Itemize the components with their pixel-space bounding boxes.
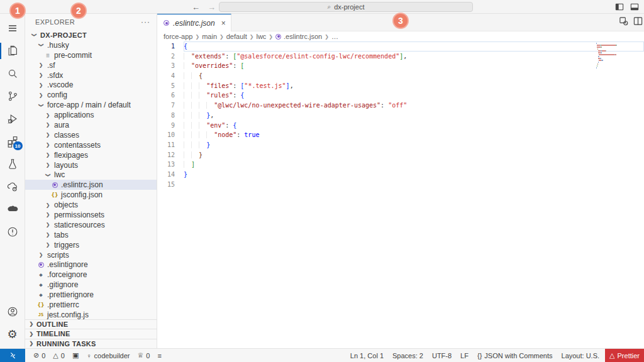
tree-item-flexipages[interactable]: ❯flexipages xyxy=(25,150,157,160)
code-line[interactable]: 13 ] xyxy=(157,160,644,170)
tree-item-classes[interactable]: ❯classes xyxy=(25,130,157,140)
tree-item-jsconfig.json[interactable]: {}jsconfig.json xyxy=(25,190,157,200)
status-item-eol[interactable]: LF xyxy=(457,349,472,362)
tree-item-config[interactable]: ❯config xyxy=(25,90,157,100)
section-outline[interactable]: ❯OUTLINE xyxy=(25,319,157,329)
prettier-status[interactable]: △ Prettier xyxy=(605,349,644,362)
tree-item-applications[interactable]: ❯applications xyxy=(25,110,157,120)
open-changes-icon[interactable] xyxy=(619,16,628,28)
breadcrumb-separator: ❯ xyxy=(268,34,274,40)
minimap[interactable] xyxy=(596,43,636,71)
tree-item-layouts[interactable]: ❯layouts xyxy=(25,160,157,170)
status-item-language-mode[interactable]: {}JSON with Comments xyxy=(474,349,556,362)
code-line[interactable]: 2 "extends": ["@salesforce/eslint-config… xyxy=(157,52,644,62)
tree-item-.eslintrc.json[interactable]: .eslintrc.json xyxy=(25,180,157,190)
code-line[interactable]: 1{ xyxy=(157,41,644,52)
tree-item-.eslintignore[interactable]: .eslintignore xyxy=(25,260,157,270)
status-item-encoding[interactable]: UTF-8 xyxy=(429,349,455,362)
chevron-right-icon: ❯ xyxy=(44,242,52,248)
tree-item-.gitignore[interactable]: ◆.gitignore xyxy=(25,280,157,290)
tab-close-icon[interactable]: × xyxy=(221,19,226,28)
status-item-org-status[interactable]: ♕0 xyxy=(134,349,153,362)
tree-item-pre-commit[interactable]: ≡pre-commit xyxy=(25,50,157,60)
tree-item-.husky[interactable]: ❯.husky xyxy=(25,40,157,50)
breadcrumb-item[interactable]: force-app xyxy=(164,33,192,40)
toggle-sidebar-icon[interactable] xyxy=(615,3,624,11)
tree-item-.prettierrc[interactable]: {}.prettierrc xyxy=(25,300,157,310)
tree-item-objects[interactable]: ❯objects xyxy=(25,200,157,210)
toggle-panel-icon[interactable] xyxy=(630,3,639,11)
command-center[interactable]: ⌕ dx-project xyxy=(219,2,473,12)
code-line[interactable]: 3 "overrides": [ xyxy=(157,61,644,71)
menu-icon[interactable] xyxy=(0,17,25,40)
tree-item-dx-project[interactable]: ❯DX-PROJECT xyxy=(25,30,157,40)
status-item-codebuilder[interactable]: ♀codebuilder xyxy=(83,349,133,362)
breadcrumb-item[interactable]: … xyxy=(331,33,338,40)
tree-item-.prettierignore[interactable]: ◆.prettierignore xyxy=(25,290,157,300)
status-item-menu[interactable]: ≡ xyxy=(154,349,164,362)
search-view-icon[interactable] xyxy=(0,62,25,85)
line-number: 7 xyxy=(157,101,184,111)
split-editor-icon[interactable] xyxy=(633,16,643,28)
remote-indicator[interactable] xyxy=(0,349,25,362)
code-line[interactable]: 12 } xyxy=(157,150,644,160)
tree-item-force-app-main-default[interactable]: ❯force-app / main / default xyxy=(25,100,157,110)
code-line[interactable]: 8 }, xyxy=(157,111,644,121)
code-line[interactable]: 11 } xyxy=(157,140,644,150)
testing-icon[interactable] xyxy=(0,153,25,175)
tree-item-.sfdx[interactable]: ❯.sfdx xyxy=(25,70,157,80)
tree-item-scripts[interactable]: ❯scripts xyxy=(25,250,157,260)
run-debug-icon[interactable] xyxy=(0,107,25,130)
tree-item-.forceignore[interactable]: ◆.forceignore xyxy=(25,270,157,280)
annotation-badge-3: 3 xyxy=(392,13,409,29)
status-item-warnings[interactable]: △0 xyxy=(50,349,68,362)
org-browser-icon[interactable] xyxy=(0,175,25,198)
tree-item-tabs[interactable]: ❯tabs xyxy=(25,230,157,240)
sfdx-issues-icon[interactable] xyxy=(0,221,25,243)
code-line[interactable]: 7 "@lwc/lwc/no-unexpected-wire-adapter-u… xyxy=(157,101,644,111)
breadcrumb-item[interactable]: main xyxy=(202,33,217,40)
tree-item-.vscode[interactable]: ❯.vscode xyxy=(25,80,157,90)
tree-item-label: .gitignore xyxy=(47,280,78,289)
source-control-icon[interactable] xyxy=(0,85,25,107)
explorer-actions-icon[interactable]: ··· xyxy=(141,18,150,26)
code-line[interactable]: 4 { xyxy=(157,71,644,81)
nav-back-icon[interactable]: ← xyxy=(192,3,200,12)
breadcrumb-item[interactable]: lwc xyxy=(256,33,266,40)
tree-item-triggers[interactable]: ❯triggers xyxy=(25,240,157,250)
salesforce-cloud-icon[interactable] xyxy=(0,198,25,221)
tree-item-.sf[interactable]: ❯.sf xyxy=(25,60,157,70)
status-item-indentation[interactable]: Spaces: 2 xyxy=(389,349,426,362)
chevron-right-icon: ❯ xyxy=(37,82,45,88)
breadcrumb-item[interactable]: default xyxy=(226,33,247,40)
status-item-cursor-position[interactable]: Ln 1, Col 1 xyxy=(347,349,387,362)
tree-item-jest.config.js[interactable]: JSjest.config.js xyxy=(25,310,157,319)
tree-item-permissionsets[interactable]: ❯permissionsets xyxy=(25,210,157,220)
breadcrumb-item[interactable]: .eslintrc.json xyxy=(275,33,322,40)
code-line[interactable]: 15 xyxy=(157,180,644,190)
chevron-right-icon: ❯ xyxy=(44,202,52,208)
section-running-tasks[interactable]: ❯RUNNING TASKS xyxy=(25,339,157,349)
tree-item-contentassets[interactable]: ❯contentassets xyxy=(25,140,157,150)
status-item-editor-layout[interactable]: ▣ xyxy=(69,349,82,362)
status-item-keyboard-layout[interactable]: Layout: U.S. xyxy=(558,349,603,362)
tree-item-aura[interactable]: ❯aura xyxy=(25,120,157,130)
annotation-badge-2: 2 xyxy=(70,3,87,19)
tree-item-staticresources[interactable]: ❯staticresources xyxy=(25,220,157,230)
nav-forward-icon[interactable]: → xyxy=(208,3,216,12)
section-timeline[interactable]: ❯TIMELINE xyxy=(25,329,157,339)
settings-gear-icon[interactable]: ⚙ xyxy=(0,323,25,346)
code-line[interactable]: 6 "rules": { xyxy=(157,90,644,101)
code-line[interactable]: 10 "node": true xyxy=(157,130,644,140)
breadcrumb-separator: ❯ xyxy=(219,34,225,40)
account-icon[interactable] xyxy=(0,300,25,323)
code-line[interactable]: 14} xyxy=(157,170,644,180)
extensions-icon[interactable]: 10 xyxy=(0,130,25,153)
code-editor[interactable]: 1{2 "extends": ["@salesforce/eslint-conf… xyxy=(157,41,644,348)
code-line[interactable]: 5 "files": ["*.test.js"], xyxy=(157,81,644,91)
tree-item-lwc[interactable]: ❯lwc xyxy=(25,170,157,180)
status-item-errors[interactable]: ⊘0 xyxy=(30,349,48,362)
code-line[interactable]: 9 "env": { xyxy=(157,121,644,131)
tab-eslintrc[interactable]: .eslintrc.json × xyxy=(157,14,231,31)
explorer-icon[interactable] xyxy=(0,40,25,62)
